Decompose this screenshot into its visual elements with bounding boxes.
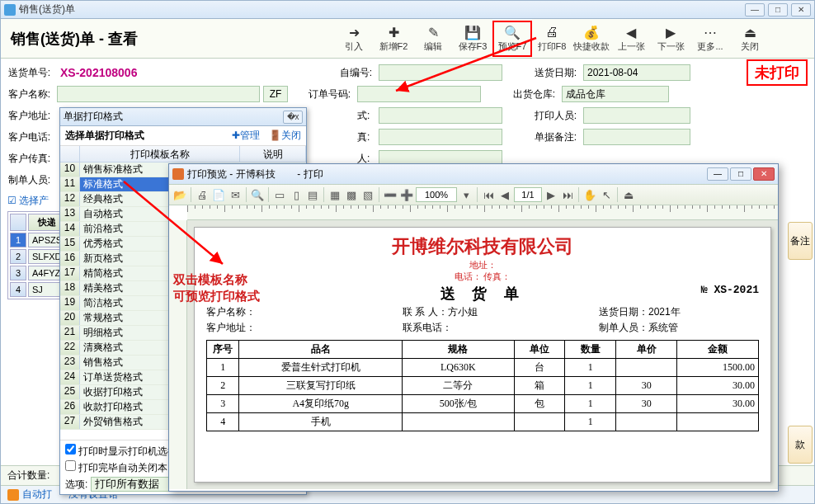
prv-hand-icon[interactable]: ✋: [582, 187, 597, 202]
side-remark-button[interactable]: 备注: [788, 222, 813, 260]
info-date: 送货日期：2021年: [599, 305, 681, 319]
rss-icon: [7, 489, 19, 501]
value-docno: XS-202108006: [57, 66, 140, 79]
format-close-link[interactable]: 🚪关闭: [269, 130, 301, 141]
preview-icon: [172, 168, 184, 180]
prv-grid2-icon[interactable]: ▩: [344, 187, 359, 202]
prv-grid1-icon[interactable]: ▦: [327, 187, 342, 202]
format-titlebar: 单据打印格式 �x: [60, 108, 306, 126]
input-x1[interactable]: [379, 107, 502, 124]
grid-row[interactable]: 2SLFXD: [10, 249, 66, 264]
toolbar-previewf7-button[interactable]: 🔍预览F7: [492, 21, 532, 57]
label-printer: 打印人员:: [534, 109, 580, 123]
toolbar-more-button[interactable]: ⋯更多...: [690, 21, 730, 57]
label-maker: 单据备注:: [534, 130, 580, 144]
prv-zoom-input[interactable]: [416, 187, 457, 202]
format-close-button[interactable]: �x: [283, 111, 303, 124]
prv-layout3-icon[interactable]: ▤: [305, 187, 320, 202]
quickpay-icon: 💰: [583, 24, 600, 40]
prv-cursor-icon[interactable]: ↖: [599, 187, 614, 202]
close-button[interactable]: ✕: [791, 3, 811, 16]
next-icon: ▶: [662, 24, 679, 40]
prv-exit-icon[interactable]: ⏏: [621, 187, 636, 202]
more-icon: ⋯: [702, 24, 718, 40]
prv-grid3-icon[interactable]: ▧: [360, 187, 375, 202]
company-name: 开博维尔科技有限公司: [206, 234, 759, 259]
grid-row[interactable]: 1APSZS: [10, 233, 66, 247]
main-toolbar: 销售(送货)单 - 查看 ➜引入✚新增F2✎编辑💾保存F3🔍预览F7🖨打印F8💰…: [1, 19, 814, 59]
input-warehouse[interactable]: [562, 86, 669, 102]
col-desc: 说明: [240, 146, 306, 162]
prv-layout1-icon[interactable]: ▭: [272, 187, 287, 202]
max-button[interactable]: □: [768, 3, 788, 16]
format-list-header: 打印模板名称 说明: [60, 146, 306, 163]
prv-zoom-dd-icon[interactable]: ▾: [459, 187, 473, 202]
status-auto[interactable]: 自动打: [22, 488, 52, 502]
input-maker[interactable]: [583, 129, 690, 145]
toolbar-printf8-button[interactable]: 🖨打印F8: [532, 21, 572, 57]
info-custname: 客户名称：: [206, 305, 396, 319]
toolbar-prev-button[interactable]: ◀上一张: [611, 21, 651, 57]
prv-prev-icon[interactable]: ◀: [497, 187, 512, 202]
toolbar-quickpay-button[interactable]: 💰快捷收款: [572, 21, 611, 57]
label-selfno: 自编号:: [334, 66, 375, 80]
input-zf[interactable]: [263, 86, 288, 102]
label-total: 合计数量:: [7, 469, 49, 483]
toolbar-newf2-button[interactable]: ✚新增F2: [374, 21, 413, 57]
preview-canvas[interactable]: 开博维尔科技有限公司 地址： 电话： 传真： 送 货 单 № XS-2021 客…: [187, 220, 778, 489]
input-cust[interactable]: [57, 86, 260, 102]
link-selprod[interactable]: ☑ 选择产: [7, 194, 49, 208]
annotation-line1: 双击模板名称: [173, 272, 247, 288]
input-printer[interactable]: [583, 107, 690, 124]
toolbar-close-button[interactable]: ⏏关闭: [730, 21, 770, 57]
toolbar-savef3-button[interactable]: 💾保存F3: [453, 21, 492, 57]
savef3-icon: 💾: [464, 24, 481, 40]
company-addr: 地址：: [206, 259, 759, 271]
prv-layout2-icon[interactable]: ▯: [289, 187, 304, 202]
prv-find-icon[interactable]: 🔍: [250, 187, 265, 202]
edit-icon: ✎: [425, 24, 441, 40]
format-manage-link[interactable]: ✚管理: [232, 130, 260, 141]
prv-zoomout-icon[interactable]: ➖: [383, 187, 398, 202]
detail-row: 4手机1: [207, 413, 759, 431]
label-fax: 客户传真:: [7, 152, 54, 166]
detail-row: 2三联复写打印纸二等分箱13030.00: [207, 377, 759, 395]
prv-first-icon[interactable]: ⏮: [481, 187, 496, 202]
prv-page-input[interactable]: [514, 187, 542, 202]
prv-last-icon[interactable]: ⏭: [560, 187, 575, 202]
prv-max-button[interactable]: □: [730, 167, 751, 181]
prv-next-icon[interactable]: ▶: [544, 187, 558, 202]
doc-no: № XS-2021: [701, 284, 759, 296]
prv-mail-icon[interactable]: ✉: [228, 187, 243, 202]
input-orderno[interactable]: [357, 86, 481, 102]
label-makerp: 制单人员:: [7, 173, 54, 187]
preview-titlebar: 打印预览 - 开博科技 - 打印 — □ ✕: [169, 164, 778, 184]
prv-zoomin-icon[interactable]: ➕: [399, 187, 414, 202]
prv-close-button[interactable]: ✕: [753, 167, 775, 181]
prv-export-icon[interactable]: 📄: [211, 187, 226, 202]
input-x2[interactable]: [379, 129, 502, 145]
window-buttons: — □ ✕: [745, 3, 811, 16]
preview-title: 打印预览 - 开博科技: [187, 168, 276, 180]
prv-min-button[interactable]: —: [707, 167, 728, 181]
toolbar-edit-button[interactable]: ✎编辑: [413, 21, 453, 57]
detail-row: 3A4复印纸70g500张/包包13030.00: [207, 395, 759, 413]
grid-row[interactable]: 4SJ: [10, 282, 66, 297]
prv-print-icon[interactable]: 🖨: [195, 187, 210, 202]
print-stamp: 未打印: [747, 59, 808, 86]
input-date[interactable]: [583, 64, 690, 81]
prv-open-icon[interactable]: 📂: [172, 187, 187, 202]
input-selfno[interactable]: [379, 64, 502, 81]
grid-row[interactable]: 3A4FYZ: [10, 266, 66, 280]
preview-paper: 开博维尔科技有限公司 地址： 电话： 传真： 送 货 单 № XS-2021 客…: [194, 227, 771, 483]
toolbar-import-button[interactable]: ➜引入: [334, 21, 374, 57]
label-orderno: 订单号码:: [308, 87, 354, 101]
import-icon: ➜: [346, 24, 362, 40]
toolbar-next-button[interactable]: ▶下一张: [651, 21, 690, 57]
label-tel: 客户电话:: [7, 130, 54, 144]
app-icon: [4, 4, 16, 16]
info-tel: 联系电话：: [403, 321, 592, 335]
page-title: 销售(送货)单 - 查看: [4, 29, 334, 49]
min-button[interactable]: —: [745, 3, 765, 16]
side-pay-button[interactable]: 款: [788, 426, 813, 464]
